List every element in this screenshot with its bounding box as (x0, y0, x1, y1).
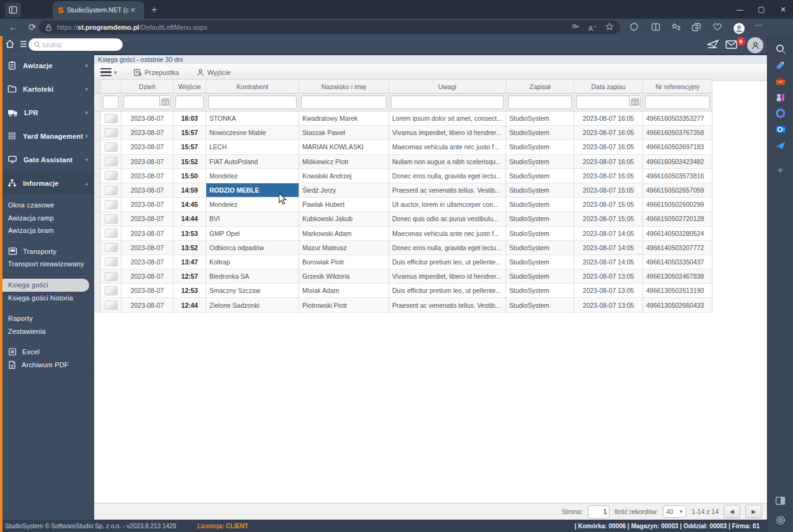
attachment-thumb-icon[interactable] (105, 142, 118, 152)
tab-groups-icon[interactable] (691, 22, 701, 35)
cell-wejscie[interactable]: 15:52 (173, 155, 206, 168)
close-icon[interactable]: ✕ (772, 0, 793, 19)
cell-zapisal[interactable]: StudioSystem (506, 212, 574, 225)
cell-wejscie[interactable]: 14:45 (173, 198, 206, 211)
cell-data-zapisu[interactable]: 2023-08-07 16:05 (574, 126, 643, 139)
attachment-thumb-icon[interactable] (105, 300, 118, 310)
cell-data-zapisu[interactable]: 2023-08-07 14:05 (574, 227, 643, 240)
cell-kontrahent[interactable]: GMP Opel (206, 227, 299, 240)
cell-zapisal[interactable]: StudioSystem (506, 269, 574, 283)
cell-dzien[interactable]: 2023-08-07 (121, 212, 173, 225)
cell-nazwisko[interactable]: Kowalski Andrzej (299, 169, 389, 183)
browser-tab[interactable]: S StudioSystem.NET (c) SoftwareSt ✕ (53, 1, 144, 19)
cell-wejscie[interactable]: 16:03 (173, 111, 206, 125)
calendar-icon[interactable] (159, 96, 170, 107)
cell-zapisal[interactable]: StudioSystem (506, 284, 574, 297)
table-row[interactable]: 2023-08-0715:57Nowoczesne MableStaszak P… (94, 126, 712, 140)
cell-data-zapisu[interactable]: 2023-08-07 16:05 (574, 169, 643, 183)
attachment-thumb-icon[interactable] (105, 157, 118, 166)
cell-nr-referencyjny[interactable]: 4966130502467838 (643, 269, 712, 283)
cell-data-zapisu[interactable]: 2023-08-07 16:05 (574, 111, 643, 125)
table-row[interactable]: 2023-08-0714:59RODZIO MEBLEŚledź JerzyPr… (94, 183, 712, 198)
attachment-thumb-icon[interactable] (105, 214, 118, 224)
row-thumb-cell[interactable] (101, 227, 121, 240)
cell-wejscie[interactable]: 14:44 (173, 212, 206, 225)
cell-zapisal[interactable]: StudioSystem (506, 111, 574, 125)
cell-uwagi[interactable]: Donec eros nulla, gravida eget lectu... (389, 169, 506, 183)
table-row[interactable]: 2023-08-0713:47KoltrapBorowiak PiotrDuis… (94, 255, 712, 269)
cell-wejscie[interactable]: 14:59 (173, 183, 206, 197)
add-icon[interactable]: + (773, 162, 789, 178)
filter-input[interactable] (645, 95, 710, 109)
table-row[interactable]: 2023-08-0715:52FIAT AutoPolandMiśkiewicz… (94, 155, 712, 169)
table-row[interactable]: 2023-08-0715:50MondelezKowalski AndrzejD… (94, 169, 712, 183)
maximize-icon[interactable]: ▢ (750, 0, 773, 19)
cell-nazwisko[interactable]: Staszak Paweł (299, 126, 389, 139)
cell-uwagi[interactable]: Duis efficitur pretium leo, ut pellente.… (389, 284, 506, 297)
attachment-thumb-icon[interactable] (105, 229, 118, 238)
column-header-wejscie[interactable]: Wejście (173, 79, 206, 94)
cell-dzien[interactable]: 2023-08-07 (121, 198, 173, 211)
table-row[interactable]: 2023-08-0714:44BVIKubkowski JakubDonec q… (94, 212, 712, 226)
cell-nr-referencyjny[interactable]: 4966160503573816 (643, 169, 712, 183)
cell-zapisal[interactable]: StudioSystem (506, 126, 574, 139)
filter-input[interactable] (391, 95, 504, 109)
row-thumb-cell[interactable] (101, 255, 121, 269)
menu-toggle-icon[interactable] (19, 39, 28, 51)
cell-kontrahent[interactable]: Zielone Sadzonki (206, 298, 299, 312)
cell-zapisal[interactable]: StudioSystem (506, 255, 574, 269)
attachment-thumb-icon[interactable] (105, 128, 118, 137)
table-row[interactable]: 2023-08-0713:52Odbiorca odpadówMazur Mat… (94, 241, 712, 255)
column-header-data-zapisu[interactable]: Data zapisu (574, 79, 643, 94)
back-icon[interactable]: ← (9, 22, 18, 33)
cell-wejscie[interactable]: 13:53 (173, 227, 206, 240)
attachment-thumb-icon[interactable] (105, 286, 118, 295)
column-header-nazwisko-i-imie[interactable]: Nazwisko i imię (299, 79, 389, 94)
cell-wejscie[interactable]: 13:52 (173, 241, 206, 255)
cell-dzien[interactable]: 2023-08-07 (121, 241, 173, 255)
row-thumb-cell[interactable] (101, 241, 121, 255)
cell-zapisal[interactable]: StudioSystem (506, 298, 574, 312)
cell-dzien[interactable]: 2023-08-07 (121, 155, 173, 168)
cell-kontrahent[interactable]: Odbiorca odpadów (206, 241, 299, 255)
cell-nazwisko[interactable]: Grzesik Wiktoria (299, 269, 389, 283)
browser-essentials-icon[interactable] (712, 22, 722, 34)
prev-page-button[interactable]: ◀ (724, 505, 740, 518)
cell-zapisal[interactable]: StudioSystem (506, 227, 574, 240)
table-row[interactable]: 2023-08-0714:45MondelezPawlak HubertUt a… (94, 198, 712, 212)
games-icon[interactable] (773, 89, 789, 105)
sidebar-item-informacje[interactable]: Informacje ▴ (0, 172, 94, 195)
sidebar-item-kartoteki[interactable]: Kartoteki ▾ (0, 77, 94, 101)
url-bar[interactable]: https://st.programdemo.pl/DefaultLeftMen… (39, 20, 620, 34)
sidebar-link-archiwum-pdf[interactable]: Archiwum PDF (0, 359, 94, 372)
cell-kontrahent[interactable]: Nowoczesne Mable (206, 126, 299, 139)
workspaces-icon[interactable] (5, 2, 21, 17)
page-size-select[interactable]: 40▼ (663, 505, 686, 518)
cell-wejscie[interactable]: 12:53 (173, 284, 206, 297)
cell-zapisal[interactable]: StudioSystem (506, 241, 574, 255)
cell-dzien[interactable]: 2023-08-07 (121, 183, 173, 197)
minimize-icon[interactable]: — (729, 0, 751, 19)
next-page-button[interactable]: ▶ (745, 505, 762, 518)
cell-nazwisko[interactable]: Kwadratowy Marek (299, 111, 389, 125)
sidebar-link-ksiega-gosci-historia[interactable]: Księga gości historia (0, 292, 94, 305)
column-header-zapisal[interactable]: Zapisał (506, 79, 574, 94)
m365-icon[interactable] (773, 105, 789, 121)
cell-nazwisko[interactable]: Mazur Mateusz (299, 241, 389, 255)
user-icon[interactable] (747, 37, 763, 53)
cell-wejscie[interactable]: 12:57 (173, 269, 206, 283)
column-header-uwagi[interactable]: Uwagi (389, 79, 506, 94)
cell-uwagi[interactable]: Donec quis odio ac purus vestibulu... (389, 212, 506, 225)
attachment-thumb-icon[interactable] (105, 200, 118, 209)
attachment-thumb-icon[interactable] (105, 257, 118, 266)
sidebar-link-raporty[interactable]: Raporty (0, 312, 94, 325)
grid-menu-icon[interactable] (100, 68, 112, 77)
cell-wejscie[interactable]: 13:47 (173, 255, 206, 269)
calendar-icon[interactable] (629, 96, 640, 107)
cell-zapisal[interactable]: StudioSystem (506, 155, 574, 168)
cell-kontrahent[interactable]: BVI (206, 212, 299, 225)
cell-dzien[interactable]: 2023-08-07 (121, 227, 173, 240)
cell-nazwisko[interactable]: MARIAN KOWLASKI (299, 140, 389, 154)
attachment-thumb-icon[interactable] (105, 243, 118, 252)
cell-nazwisko[interactable]: Borowiak Piotr (299, 255, 389, 269)
